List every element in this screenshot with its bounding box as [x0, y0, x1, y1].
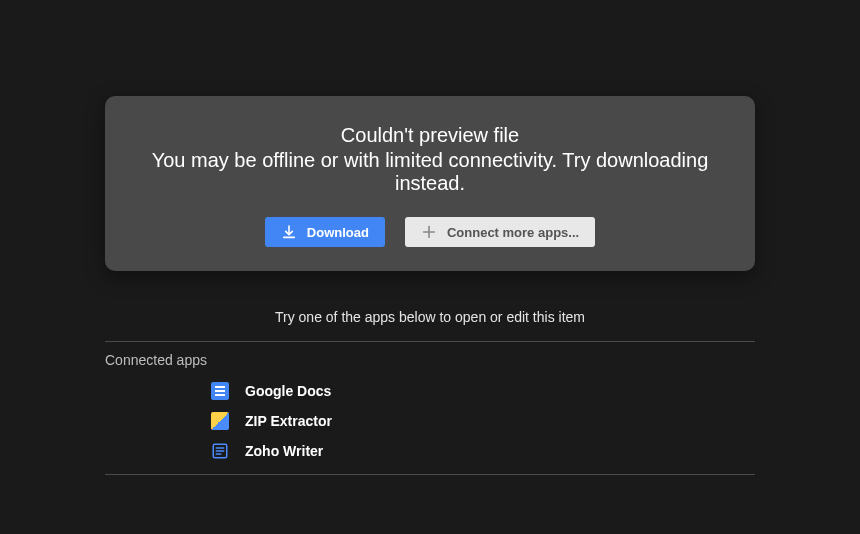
- app-name-label: ZIP Extractor: [245, 413, 332, 429]
- error-subtitle: You may be offline or with limited conne…: [129, 149, 731, 195]
- app-item-zip-extractor[interactable]: ZIP Extractor: [105, 406, 755, 436]
- connect-apps-button[interactable]: Connect more apps...: [405, 217, 595, 247]
- error-title: Couldn't preview file: [129, 124, 731, 147]
- preview-error-container: Couldn't preview file You may be offline…: [0, 0, 860, 475]
- download-button-label: Download: [307, 225, 369, 240]
- plus-icon: [421, 224, 437, 240]
- app-name-label: Zoho Writer: [245, 443, 323, 459]
- zoho-writer-icon: [211, 442, 229, 460]
- suggestions-section: Try one of the apps below to open or edi…: [105, 309, 755, 475]
- connected-apps-label: Connected apps: [105, 342, 755, 376]
- apps-list: Google Docs ZIP Extractor Zoho Writer: [105, 376, 755, 475]
- download-icon: [281, 224, 297, 240]
- google-docs-icon: [211, 382, 229, 400]
- error-card: Couldn't preview file You may be offline…: [105, 96, 755, 271]
- connect-apps-button-label: Connect more apps...: [447, 225, 579, 240]
- suggestions-text: Try one of the apps below to open or edi…: [105, 309, 755, 342]
- app-name-label: Google Docs: [245, 383, 331, 399]
- button-row: Download Connect more apps...: [129, 217, 731, 247]
- app-item-google-docs[interactable]: Google Docs: [105, 376, 755, 406]
- app-item-zoho-writer[interactable]: Zoho Writer: [105, 436, 755, 466]
- zip-extractor-icon: [211, 412, 229, 430]
- download-button[interactable]: Download: [265, 217, 385, 247]
